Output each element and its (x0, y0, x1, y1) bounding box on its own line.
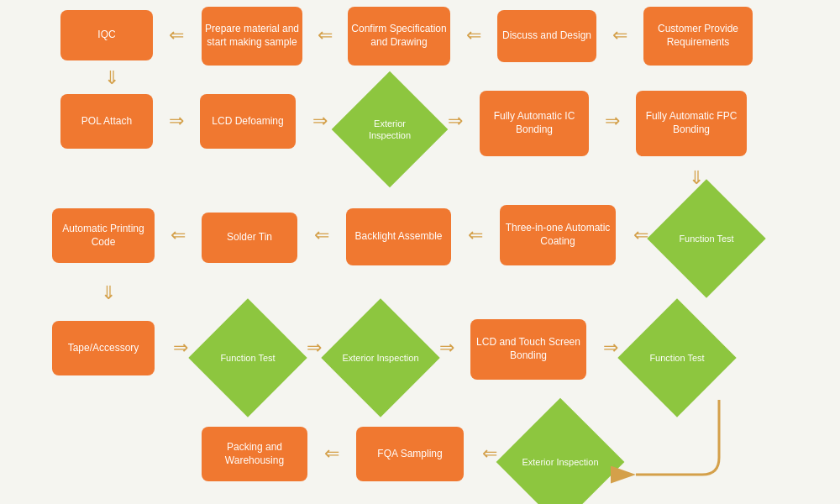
arrow-confirm-discuss (453, 24, 495, 47)
arrow-extinsp2-lcdtouch (425, 336, 469, 360)
func-test1-node: Function Test (647, 179, 765, 297)
pol-node: POL Attach (60, 94, 153, 149)
arrow-solder-backlight (300, 223, 344, 247)
prepare-node: Prepare material and start making sample (202, 7, 302, 66)
ic-bonding-node: Fully Automatic IC Bonding (480, 91, 589, 156)
fpc-bonding-node: Fully Automatic FPC Bonding (636, 91, 747, 156)
confirm-node: Confirm Specification and Drawing (348, 7, 450, 66)
iqc-node: IQC (60, 10, 153, 60)
lcd-touch-node: LCD and Touch Screen Bonding (470, 319, 586, 380)
arrow-pol-lcd (155, 109, 197, 133)
solder-tin-node: Solder Tin (202, 213, 297, 263)
lcd-defoam-node: LCD Defoaming (200, 94, 296, 149)
arrow-backlight-threeone (454, 223, 497, 247)
flowchart: IQC Prepare material and start making sa… (0, 0, 840, 504)
ext-insp3-node: Exterior Inspection (496, 398, 625, 504)
auto-print-node: Automatic Printing Code (52, 208, 155, 263)
ext-insp1-node: Exterior Inspection (332, 71, 449, 188)
arrow-extinsp1-icbond (433, 109, 477, 133)
func-test2-node: Function Test (188, 298, 307, 417)
customer-node: Customer Provide Requirements (643, 7, 753, 66)
arrow-autoprint-solder (157, 223, 199, 247)
arrow-prepare-confirm (305, 24, 345, 47)
backlight-node: Backlight Assemble (346, 208, 451, 265)
func-test3-node: Function Test (617, 298, 736, 417)
fqa-node: FQA Sampling (356, 427, 464, 481)
three-in-one-node: Three-in-one Automatic Coating (500, 205, 616, 265)
arrow-autoprint-tape (97, 265, 120, 322)
arrow-iqc-pol (100, 60, 123, 96)
arrow-discuss-customer (599, 24, 641, 47)
discuss-node: Discuss and Design (497, 10, 596, 62)
arrow-icbond-fpcbond (591, 109, 633, 133)
packing-node: Packing and Warehousing (202, 427, 307, 481)
ext-insp2-node: Exterior Inspection (321, 298, 439, 417)
tape-accessory-node: Tape/Accessory (52, 321, 155, 375)
arrow-iqc-prepare (155, 24, 197, 47)
arrow-packing-fqa (310, 442, 354, 465)
